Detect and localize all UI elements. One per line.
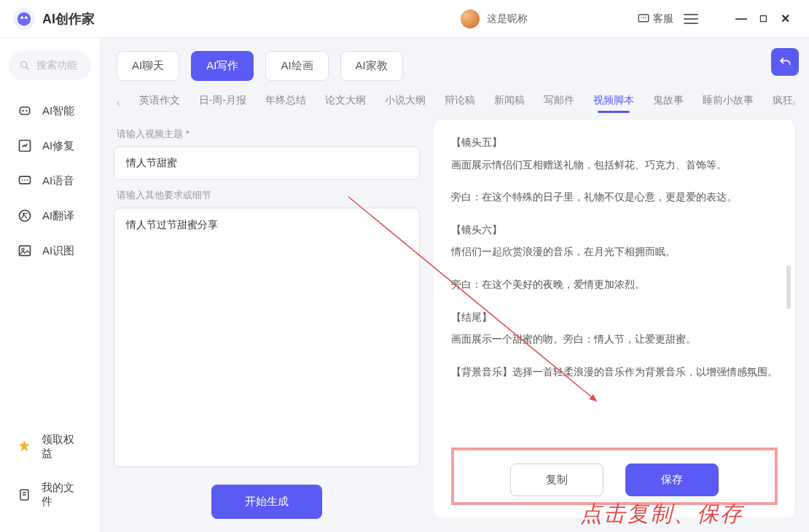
window-close-button[interactable]: ✕ <box>774 12 796 26</box>
subtab-item[interactable]: 视频脚本 <box>593 94 634 112</box>
sidebar-item-label: AI语音 <box>42 174 74 188</box>
output-panel: 【镜头五】画面展示情侣们互相赠送礼物，包括鲜花、巧克力、首饰等。旁白：在这个特殊… <box>433 119 796 519</box>
mode-tabs: AI聊天 AI写作 AI绘画 AI家教 <box>101 38 809 81</box>
input-panel: 请输入视频主题 * 请输入其他要求或细节 开始生成 <box>114 119 420 519</box>
output-line: 画面展示情侣们互相赠送礼物，包括鲜花、巧克力、首饰等。 <box>451 155 778 175</box>
wand-icon <box>17 138 32 153</box>
svg-point-6 <box>645 17 646 18</box>
topic-label: 请输入视频主题 * <box>117 128 420 141</box>
output-text: 【镜头五】画面展示情侣们互相赠送礼物，包括鲜花、巧克力、首饰等。旁白：在这个特殊… <box>451 133 778 440</box>
subtab-item[interactable]: 新闻稿 <box>494 94 525 112</box>
subtab-item[interactable]: 辩论稿 <box>445 94 475 112</box>
menu-icon[interactable] <box>684 14 698 24</box>
output-line: 【背景音乐】选择一首轻柔浪漫的音乐作为背景音乐，以增强情感氛围。 <box>451 362 778 382</box>
subtab-item[interactable]: 论文大纲 <box>325 94 366 112</box>
detail-label: 请输入其他要求或细节 <box>117 189 420 202</box>
image-icon <box>17 243 32 258</box>
subtab-item[interactable]: 疯狂 <box>773 94 793 112</box>
sidebar-item-label: AI识图 <box>42 244 74 258</box>
output-line: 旁白：在这个美好的夜晚，爱情更加浓烈。 <box>451 275 778 294</box>
subtab-item[interactable]: 年终总结 <box>265 94 306 112</box>
detail-textarea[interactable] <box>114 208 420 467</box>
svg-point-0 <box>17 12 31 25</box>
subtabs-scroll-left[interactable]: ‹ <box>117 97 120 109</box>
svg-point-4 <box>641 17 642 18</box>
sidebar-item-label: AI修复 <box>42 139 74 153</box>
app-title: AI创作家 <box>42 10 95 28</box>
subtab-item[interactable]: 日-周-月报 <box>199 94 246 112</box>
sidebar-item-ai-repair[interactable]: AI修复 <box>9 128 91 163</box>
svg-point-7 <box>21 62 27 68</box>
output-line: 情侣们一起欣赏浪漫的音乐，在月光下相拥而眠。 <box>451 242 778 262</box>
search-input[interactable]: 搜索功能 <box>9 51 91 80</box>
sidebar-item-ai-intelligent[interactable]: AI智能 <box>9 93 91 128</box>
sidebar-item-my-files[interactable]: 我的文件 <box>9 471 91 519</box>
svg-point-11 <box>26 110 28 112</box>
nickname-label: 这是昵称 <box>487 12 528 26</box>
subtab-item[interactable]: 小说大纲 <box>385 94 426 112</box>
subtab-item[interactable]: 睡前小故事 <box>703 94 754 112</box>
tab-ai-tutor[interactable]: AI家教 <box>340 51 403 81</box>
subtab-item[interactable]: 鬼故事 <box>653 94 684 112</box>
tab-ai-paint[interactable]: AI绘画 <box>265 51 328 81</box>
output-line: 【镜头五】 <box>451 133 778 152</box>
svg-point-5 <box>643 17 644 18</box>
output-line: 画面展示一个甜蜜的吻。旁白：情人节，让爱更甜蜜。 <box>451 329 778 349</box>
copy-button[interactable]: 复制 <box>510 463 603 496</box>
save-button[interactable]: 保存 <box>625 463 719 496</box>
subtab-item[interactable]: 英语作文 <box>139 94 180 112</box>
tab-ai-write[interactable]: AI写作 <box>191 51 254 81</box>
sidebar-item-label: AI智能 <box>42 104 74 118</box>
customer-service-button[interactable]: 客服 <box>637 12 673 26</box>
app-logo-icon <box>13 8 35 30</box>
window-maximize-button[interactable]: ☐ <box>752 14 774 24</box>
file-icon <box>17 488 31 502</box>
subtabs: ‹ 英语作文 日-周-月报 年终总结 论文大纲 小说大纲 辩论稿 新闻稿 写邮件… <box>101 81 809 119</box>
subtab-item[interactable]: 写邮件 <box>544 94 574 112</box>
robot-icon <box>17 103 32 118</box>
translate-icon <box>17 208 32 223</box>
search-placeholder: 搜索功能 <box>36 59 77 72</box>
sidebar-item-label: 领取权益 <box>42 433 82 461</box>
sidebar-item-label: AI翻译 <box>42 209 74 223</box>
chat-bubble-icon <box>637 12 650 26</box>
sidebar-item-ai-image[interactable]: AI识图 <box>9 233 91 268</box>
action-row: 复制 保存 <box>451 447 778 505</box>
customer-service-label: 客服 <box>653 12 673 26</box>
sidebar: 搜索功能 AI智能 AI修复 AI语音 AI翻译 AI识图 领取权益 <box>0 38 101 532</box>
output-line: 旁白：在这个特殊的日子里，礼物不仅是心意，更是爱的表达。 <box>451 187 778 207</box>
svg-rect-9 <box>20 107 29 114</box>
tab-ai-chat[interactable]: AI聊天 <box>117 51 179 81</box>
content-area: AI聊天 AI写作 AI绘画 AI家教 ‹ 英语作文 日-周-月报 年终总结 论… <box>101 38 809 532</box>
chat-icon <box>17 173 32 188</box>
svg-point-1 <box>20 16 23 19</box>
svg-line-8 <box>26 67 28 69</box>
svg-point-14 <box>22 179 23 181</box>
scrollbar[interactable] <box>786 265 791 309</box>
subtabs-scroll-right[interactable]: › <box>792 97 796 109</box>
sidebar-item-ai-voice[interactable]: AI语音 <box>9 163 91 198</box>
return-icon <box>778 55 792 69</box>
sidebar-item-ai-translate[interactable]: AI翻译 <box>9 198 91 233</box>
titlebar: AI创作家 这是昵称 客服 — ☐ ✕ <box>0 0 809 38</box>
sidebar-item-benefits[interactable]: 领取权益 <box>9 423 91 471</box>
search-icon <box>19 60 31 71</box>
back-button[interactable] <box>771 48 799 76</box>
sidebar-item-label: 我的文件 <box>42 481 82 509</box>
avatar[interactable] <box>461 9 480 28</box>
output-line: 【镜头六】 <box>451 220 778 240</box>
window-minimize-button[interactable]: — <box>730 12 752 26</box>
svg-point-16 <box>27 179 28 181</box>
output-line: 【结尾】 <box>451 308 778 327</box>
svg-point-19 <box>22 249 24 251</box>
svg-rect-18 <box>20 246 31 255</box>
topic-input[interactable] <box>114 146 420 180</box>
svg-point-10 <box>22 110 24 112</box>
svg-point-2 <box>25 16 28 19</box>
svg-point-15 <box>24 179 26 181</box>
generate-button[interactable]: 开始生成 <box>211 485 322 519</box>
gift-icon <box>17 439 31 454</box>
